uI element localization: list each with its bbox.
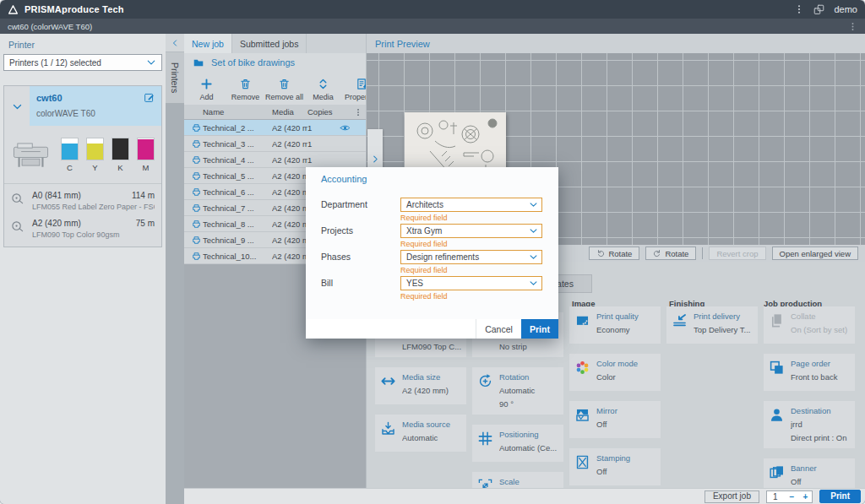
job-name: Technical_7 ... xyxy=(203,203,270,213)
rotate-button[interactable]: Rotate xyxy=(589,247,639,260)
select-value: YES xyxy=(406,279,423,288)
setting-tile-positioning[interactable]: PositioningAutomatic (Ce... xyxy=(472,425,563,462)
dialog-print-button[interactable]: Print xyxy=(521,319,558,339)
required-field-note: Required field xyxy=(400,266,542,274)
setting-tile-stamping[interactable]: StampingOff xyxy=(569,448,661,485)
toolbar-label: Media xyxy=(313,93,334,101)
toolbar-button-remove-all[interactable]: Remove all xyxy=(265,73,303,105)
collapse-panel-button[interactable] xyxy=(166,34,184,52)
context-menu-icon[interactable] xyxy=(848,22,857,31)
printer-card-header[interactable]: cwt60 colorWAVE T60 xyxy=(30,86,161,126)
job-media: A2 (420 m xyxy=(272,252,307,261)
collapse-printer-icon[interactable] xyxy=(12,101,23,112)
tile-column: No stripRotationAutomatic90 °Positioning… xyxy=(472,312,563,488)
phases-select[interactable]: Design refinements xyxy=(400,250,542,264)
cancel-button[interactable]: Cancel xyxy=(476,319,521,339)
required-field-note: Required field xyxy=(400,292,542,301)
job-row[interactable]: Technical_3 ...A2 (420 m1 xyxy=(184,136,366,152)
printer-name: cwt60 xyxy=(36,93,63,103)
tile-title: Page order xyxy=(791,359,851,368)
chevron-down-icon xyxy=(529,226,538,236)
tile-value: Top Delivery T... xyxy=(694,325,753,334)
job-row[interactable]: Technical_4 ...A2 (420 m1 xyxy=(184,152,366,168)
edit-printer-icon[interactable] xyxy=(144,92,155,103)
setting-tile-rotation[interactable]: RotationAutomatic90 ° xyxy=(472,367,563,415)
toolbar-label: Remove xyxy=(231,93,260,101)
setting-tile-scale[interactable]: ScaleAutomatic (to ...49.94 % xyxy=(472,472,563,488)
app-window: PRISMAproduce Tech demo cwt60 (colorWAVE… xyxy=(0,0,865,504)
tile-title: Destination xyxy=(791,406,851,415)
roll-size: A2 (420 mm) xyxy=(32,219,81,228)
job-name: Technical_3 ... xyxy=(203,139,270,149)
job-file-icon xyxy=(192,252,201,261)
setting-tile-destination[interactable]: DestinationjrrdDirect print : On xyxy=(764,401,855,448)
button-label: Open enlarged view xyxy=(780,249,851,258)
column-header-media[interactable]: Media xyxy=(272,107,294,117)
user-label[interactable]: demo xyxy=(834,4,857,14)
toolbar-button-add[interactable]: Add xyxy=(188,73,226,105)
ink-label: K xyxy=(117,163,122,172)
job-tabbar: New jobSubmitted jobs xyxy=(184,34,366,53)
setting-tile-mirror[interactable]: MirrorOff xyxy=(569,401,661,438)
preview-eye-icon[interactable] xyxy=(340,122,351,133)
printers-vertical-tab[interactable]: Printers xyxy=(166,52,184,104)
table-options-icon[interactable] xyxy=(354,108,362,117)
app-menu-icon[interactable] xyxy=(794,4,804,14)
media-roll-icon xyxy=(11,192,24,205)
printers-panel-strip: Printers xyxy=(166,34,184,504)
tile-value: Off xyxy=(791,477,851,486)
workspace-switch-icon[interactable] xyxy=(813,4,824,15)
tab-new-job[interactable]: New job xyxy=(184,34,232,53)
mirror-icon xyxy=(574,407,590,423)
toolbar-button-properties[interactable]: Properties xyxy=(343,73,366,105)
chevron-right-icon xyxy=(371,154,380,164)
rotate-button[interactable]: Rotate xyxy=(645,247,696,260)
column-header-copies[interactable]: Copies xyxy=(307,107,333,117)
chevron-down-icon xyxy=(529,252,538,262)
tile-value: On (Sort by set) xyxy=(791,325,851,334)
hash-icon xyxy=(477,431,493,447)
tile-title: Media size xyxy=(402,372,462,382)
tile-value: Off xyxy=(596,420,656,429)
setting-tile-banner[interactable]: BannerOff xyxy=(764,458,855,488)
setting-tile-media-source[interactable]: Media sourceAutomatic xyxy=(375,415,466,452)
setting-tile-color-mode[interactable]: Color modeColor xyxy=(569,354,661,391)
button-label: Rotate xyxy=(608,249,632,258)
job-title-row: Set of bike drawings xyxy=(184,53,366,72)
export-job-button[interactable]: Export job xyxy=(705,490,759,503)
job-copies: 1 xyxy=(307,155,312,165)
roll-media-name: LFM090 Top Color 90gsm xyxy=(32,230,155,239)
copies-value[interactable]: 1 xyxy=(767,492,786,501)
print-button[interactable]: Print xyxy=(819,490,861,503)
setting-tile-page-order[interactable]: Page orderFront to back xyxy=(764,354,855,391)
tile-title: Scale xyxy=(499,477,559,486)
ink-fill xyxy=(62,144,78,160)
app-title: PRISMAproduce Tech xyxy=(24,4,124,14)
department-select[interactable]: Architects xyxy=(400,198,542,212)
bill-select[interactable]: YES xyxy=(400,276,542,290)
setting-tile-media-size[interactable]: Media sizeA2 (420 mm) xyxy=(375,367,466,404)
roll-remaining: 75 m xyxy=(136,219,155,228)
job-row[interactable]: Technical_2 ...A2 (420 m1 xyxy=(184,120,366,136)
decrease-copies-button[interactable]: − xyxy=(786,492,799,501)
increase-copies-button[interactable]: + xyxy=(798,492,812,501)
column-header-name[interactable]: Name xyxy=(203,107,224,117)
accounting-dialog: Accounting DepartmentArchitectsRequired … xyxy=(306,167,558,339)
printer-card[interactable]: cwt60 colorWAVE T60 CYKM xyxy=(3,85,162,247)
tile-value: Color xyxy=(596,372,656,382)
copies-stepper[interactable]: 1 − + xyxy=(766,490,813,503)
printer-selector[interactable]: Printers (1 / 12) selected xyxy=(3,54,162,71)
ink-box xyxy=(86,138,104,160)
tile-value: jrrd xyxy=(791,420,851,429)
select-value: Xtra Gym xyxy=(406,226,442,236)
tab-submitted-jobs[interactable]: Submitted jobs xyxy=(232,34,307,53)
rotate-ccw-icon xyxy=(596,249,605,257)
setting-tile-print-quality[interactable]: Print qualityEconomy xyxy=(569,306,661,344)
toolbar-button-media[interactable]: Media xyxy=(304,73,342,105)
roll-media-name: LFM055 Red Label Zero Paper - FSC xyxy=(32,203,155,211)
tile-value: Front to back xyxy=(791,372,851,382)
toolbar-button-remove[interactable]: Remove xyxy=(226,73,264,105)
setting-tile-print-delivery[interactable]: Print deliveryTop Delivery T... xyxy=(666,306,758,344)
projects-select[interactable]: Xtra Gym xyxy=(400,224,542,238)
open-enlarged-view-button[interactable]: Open enlarged view xyxy=(772,247,859,260)
